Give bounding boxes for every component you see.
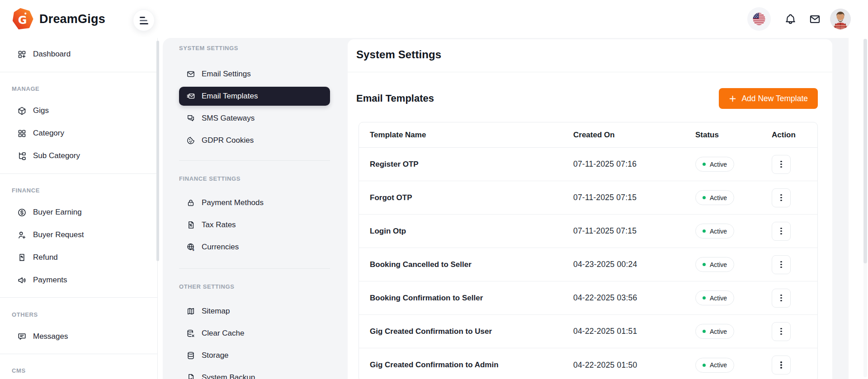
table-row: Gig Created Confirmation to Admin 04-22-… [359,348,817,379]
svg-text:G: G [18,14,27,27]
column-header-template-name: Template Name [359,131,573,140]
row-actions-button[interactable] [772,255,791,274]
sidebar-item-sub-category[interactable]: Sub Category [0,145,157,167]
sidebar-item-gigs[interactable]: Gigs [0,99,157,122]
settings-item-clear-cache[interactable]: Clear Cache [179,324,330,343]
box-icon [17,106,27,116]
page-scrollbar[interactable] [863,39,867,377]
created-on: 04-22-2025 01:51 [573,327,695,336]
settings-item-tax-rates[interactable]: Tax Rates [179,215,330,234]
settings-item-gdpr-cookies[interactable]: GDPR Cookies [179,131,330,150]
kebab-menu-icon [780,230,782,232]
add-new-template-button[interactable]: Add New Template [719,88,818,109]
notifications-button[interactable] [784,13,797,25]
status-badge: Active [695,290,734,305]
tree-icon [17,151,27,161]
sms-bubbles-icon [186,114,195,123]
dashboard-grid-icon [17,50,27,59]
user-avatar[interactable] [830,9,851,29]
sidebar-item-label: Buyer Earning [33,208,82,217]
sidebar-item-payments[interactable]: Payments [0,269,157,291]
user-plus-icon [17,230,27,240]
message-icon [17,332,27,342]
settings-item-currencies[interactable]: $ Currencies [179,238,330,257]
table-row: Register OTP 07-11-2025 07:16 Active [359,148,817,181]
status-dot-icon [703,296,706,299]
sidebar-item-buyer-request[interactable]: Buyer Request [0,224,157,246]
settings-item-system-backup[interactable]: System Backup [179,368,330,379]
brand-logo[interactable]: G DreamGigs [12,0,105,38]
settings-nav: SYSTEM SETTINGS Email Settings Email Tem… [179,38,330,379]
kebab-menu-icon [780,197,782,199]
page-scrollbar-thumb[interactable] [863,39,867,263]
settings-item-sms-gateways[interactable]: SMS Gateways [179,109,330,128]
sidebar-item-messages[interactable]: Messages [0,325,157,348]
table-row: Forgot OTP 07-11-2025 07:15 Active [359,181,817,215]
divider [0,173,157,174]
file-percent-icon [186,220,195,229]
sidebar-item-label: Buyer Request [33,230,84,239]
created-on: 04-23-2025 00:24 [573,260,695,269]
created-on: 07-11-2025 07:16 [573,159,695,169]
globe-dollar-icon: $ [186,243,195,252]
menu-toggle-button[interactable] [133,9,155,31]
table-row: Booking Confirmation to Seller 04-22-202… [359,281,817,315]
settings-item-label: Storage [202,351,229,360]
settings-item-email-templates[interactable]: Email Templates [179,87,330,106]
sidebar-item-label: Category [33,129,64,138]
settings-item-storage[interactable]: Storage [179,346,330,365]
status-dot-icon [703,196,706,199]
divider [348,72,832,72]
database-icon [186,351,195,360]
template-name: Booking Confirmation to Seller [359,294,573,303]
status-badge: Active [695,358,734,373]
language-flag-button[interactable] [747,7,771,31]
sidebar-item-label: Payments [33,276,67,285]
sidebar-section-manage: MANAGE [0,85,157,93]
sidebar-item-category[interactable]: Category [0,122,157,145]
status-dot-icon [703,163,706,166]
settings-item-label: Clear Cache [202,329,245,338]
row-actions-button[interactable] [772,289,791,308]
status-dot-icon [703,229,706,233]
messages-button[interactable] [809,13,821,25]
database-x-icon [186,329,195,338]
column-header-action: Action [772,131,817,140]
table-header-row: Template Name Created On Status Action [359,122,817,148]
kebab-menu-icon [780,297,782,299]
settings-item-label: Currencies [202,243,239,252]
sidebar-item-refund[interactable]: Refund [0,246,157,269]
sidebar-scrollbar[interactable] [156,41,159,261]
sidebar-item-dashboard[interactable]: Dashboard [0,43,157,66]
kebab-menu-icon [780,364,782,366]
template-name: Forgot OTP [359,193,573,202]
template-name: Gig Created Confirmation to Admin [359,360,573,370]
divider [179,160,330,161]
app-header: G DreamGigs [0,0,868,38]
row-actions-button[interactable] [772,155,791,174]
megaphone-icon [17,276,27,285]
mail-icon [186,70,195,79]
bell-icon [784,13,797,25]
sidebar-item-label: Refund [33,253,58,262]
section-title: Email Templates [356,93,434,104]
settings-item-sitemap[interactable]: Sitemap [179,302,330,321]
divider [0,72,157,72]
row-actions-button[interactable] [772,222,791,241]
dreamgigs-logo-icon: G [12,8,33,30]
sidebar-item-buyer-earning[interactable]: Buyer Earning [0,201,157,224]
settings-section-other: OTHER SETTINGS [179,283,330,291]
settings-item-email-settings[interactable]: Email Settings [179,65,330,84]
row-actions-button[interactable] [772,322,791,341]
column-header-status: Status [695,131,772,140]
row-actions-button[interactable] [772,356,791,374]
receipt-refund-icon [17,253,27,262]
template-name: Gig Created Confirmation to User [359,327,573,336]
sidebar-item-label: Sub Category [33,151,80,160]
divider [179,268,330,269]
settings-item-payment-methods[interactable]: Payment Methods [179,193,330,212]
template-name: Login Otp [359,227,573,236]
row-actions-button[interactable] [772,188,791,207]
sidebar-section-others: OTHERS [0,311,157,319]
envelope-icon [809,13,821,25]
